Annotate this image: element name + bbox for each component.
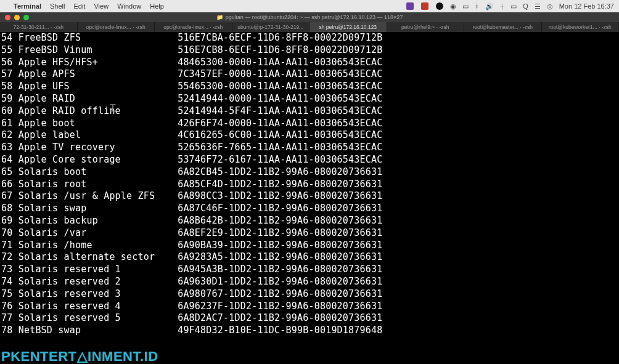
tab-4[interactable]: sh petru@172.16.10.123 <box>310 22 387 32</box>
clock[interactable]: Mon 12 Feb 16:37 <box>559 2 614 10</box>
partition-row: 67 Solaris /usr & Apple ZFS 6A898CC3-1DD… <box>1 190 618 203</box>
menu-shell[interactable]: Shell <box>50 2 65 10</box>
partition-row: 75 Solaris reserved 3 6A980767-1DD2-11B2… <box>1 288 618 301</box>
watermark-text: PKENTERT△INMENT.ID <box>1 349 158 364</box>
siri-icon[interactable]: ◎ <box>547 2 553 10</box>
partition-row: 61 Apple boot 426F6F74-0000-11AA-AA11-00… <box>1 118 618 130</box>
window-title-text: pgulian — root@ubuntu2204: ~ — ssh petru… <box>226 14 403 20</box>
partition-row: 71 Solaris /home 6A90BA39-1DD2-11B2-99A6… <box>1 240 618 252</box>
battery-icon[interactable]: ▭ <box>510 2 517 10</box>
tab-1[interactable]: opc@oracle-linux... · -zsh <box>78 22 155 32</box>
partition-row: 74 Solaris reserved 2 6A9630D1-1DD2-11B2… <box>1 276 618 288</box>
menu-help[interactable]: Help <box>150 2 164 10</box>
tab-5[interactable]: petru@rhel9:~ · -zsh <box>387 22 465 32</box>
partition-row: 77 Solaris reserved 5 6A8D2AC7-1DD2-11B2… <box>1 312 618 325</box>
search-icon[interactable]: Q <box>523 2 528 10</box>
menubar-app-name[interactable]: Terminal <box>14 2 41 10</box>
tab-2[interactable]: opc@oracle-linux... · -zsh <box>155 22 232 32</box>
partition-row: 73 Solaris reserved 1 6A945A3B-1DD2-11B2… <box>1 264 618 276</box>
window-titlebar: 📁 pgulian — root@ubuntu2204: ~ — ssh pet… <box>0 12 619 22</box>
tab-0[interactable]: 72-31-30-211... · -zsh <box>0 22 78 32</box>
partition-row: 66 Solaris root 6A85CF4D-1DD2-11B2-99A6-… <box>1 179 618 191</box>
partition-row: 56 Apple HFS/HFS+ 48465300-0000-11AA-AA1… <box>1 57 618 69</box>
zoom-window-button[interactable] <box>23 15 29 20</box>
wifi-icon[interactable]: ⟊ <box>500 2 504 10</box>
partition-row: 58 Apple UFS 55465300-0000-11AA-AA11-003… <box>1 81 618 93</box>
partition-row: 78 NetBSD swap 49F48D32-B10E-11DC-B99B-0… <box>1 325 618 337</box>
display-icon[interactable]: ▭ <box>462 2 469 10</box>
watermark: PKENTERT△INMENT.ID <box>1 348 158 364</box>
partition-row: 55 FreeBSD Vinum 516E7CB8-6ECF-11D6-8FF8… <box>1 44 618 57</box>
partition-row: 63 Apple TV recovery 5265636F-7665-11AA-… <box>1 142 618 154</box>
partition-row: 57 Apple APFS 7C3457EF-0000-11AA-AA11-00… <box>1 68 618 81</box>
partition-row: 76 Solaris reserved 4 6A96237F-1DD2-11B2… <box>1 301 618 313</box>
control-center-icon[interactable]: ☰ <box>535 2 541 10</box>
tab-6[interactable]: root@kubemaster... · -zsh <box>464 22 542 32</box>
partition-row: 59 Apple RAID 52414944-0000-11AA-AA11-00… <box>1 93 618 105</box>
partition-row: 69 Solaris backup 6A8B642B-1DD2-11B2-99A… <box>1 215 618 227</box>
tab-3[interactable]: ubuntu@ip-172-31-30-219... <box>232 22 310 32</box>
folder-icon: 📁 <box>216 14 223 20</box>
status-icon-2[interactable] <box>420 2 429 10</box>
menu-view[interactable]: View <box>94 2 109 10</box>
partition-row: 65 Solaris boot 6A82CB45-1DD2-11B2-99A6-… <box>1 166 618 179</box>
menubar-right: ◉ ▭ ᚼ 🔊 ⟊ ▭ Q ☰ ◎ Mon 12 Feb 16:37 <box>406 2 614 10</box>
blank-line <box>1 337 618 349</box>
partition-row: 70 Solaris /var 6A8EF2E9-1DD2-11B2-99A6-… <box>1 227 618 240</box>
terminal-tabbar: 72-31-30-211... · -zsh opc@oracle-linux.… <box>0 22 619 32</box>
close-window-button[interactable] <box>5 15 10 20</box>
tab-7[interactable]: root@kubeworker1... · -zsh <box>542 22 620 32</box>
window-controls <box>5 15 29 20</box>
minimize-window-button[interactable] <box>14 15 20 20</box>
macos-menubar: Terminal Shell Edit View Window Help ◉ ▭… <box>0 0 619 12</box>
window-title: 📁 pgulian — root@ubuntu2204: ~ — ssh pet… <box>216 14 403 20</box>
partition-row: 68 Solaris swap 6A87C46F-1DD2-11B2-99A6-… <box>1 203 618 215</box>
partition-row: 62 Apple label 4C616265-6C00-11AA-AA11-0… <box>1 129 618 142</box>
volume-icon[interactable]: 🔊 <box>485 2 494 10</box>
partition-row: 72 Solaris alternate sector 6A9283A5-1DD… <box>1 251 618 264</box>
screen-record-icon[interactable]: ◉ <box>450 2 456 10</box>
menu-window[interactable]: Window <box>117 2 141 10</box>
partition-row: 54 FreeBSD ZFS 516E7CBA-6ECF-11D6-8FF8-0… <box>1 32 618 44</box>
status-icon-1[interactable] <box>406 2 414 10</box>
status-icon-3[interactable] <box>435 2 444 10</box>
partition-row: 64 Apple Core storage 53746F72-6167-11AA… <box>1 154 618 166</box>
partition-row: 60 Apple RAID offline 52414944-5F4F-11AA… <box>1 105 618 118</box>
bluetooth-icon[interactable]: ᚼ <box>475 2 479 10</box>
terminal-view[interactable]: Ꮖ 54 FreeBSD ZFS 516E7CBA-6ECF-11D6-8FF8… <box>0 32 619 350</box>
menu-edit[interactable]: Edit <box>74 2 86 10</box>
menubar-left: Terminal Shell Edit View Window Help <box>5 2 164 10</box>
